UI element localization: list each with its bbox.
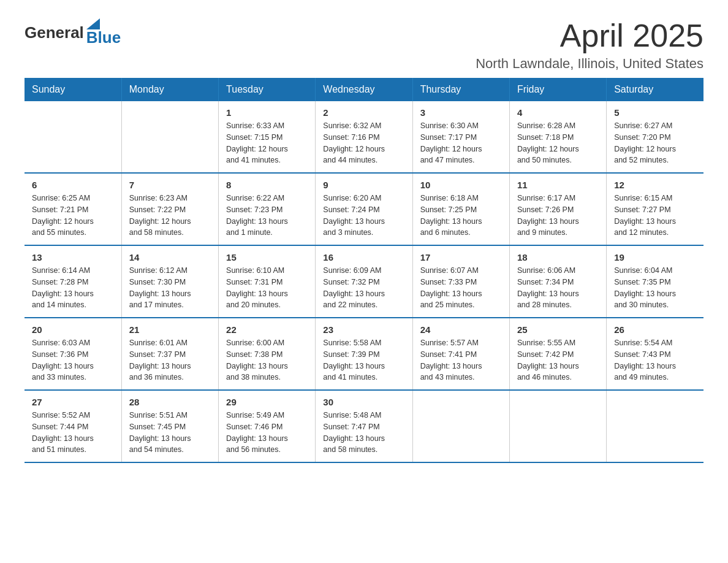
title-block: April 2025 North Lawndale, Illinois, Uni…: [476, 18, 703, 72]
calendar-cell: 15Sunrise: 6:10 AM Sunset: 7:31 PM Dayli…: [219, 245, 316, 318]
day-number: 15: [226, 252, 308, 262]
day-number: 29: [226, 397, 308, 407]
calendar-cell: 25Sunrise: 5:55 AM Sunset: 7:42 PM Dayli…: [509, 318, 606, 390]
header-monday: Monday: [121, 78, 218, 101]
calendar-cell: 9Sunrise: 6:20 AM Sunset: 7:24 PM Daylig…: [316, 173, 412, 245]
calendar-cell: 12Sunrise: 6:15 AM Sunset: 7:27 PM Dayli…: [607, 173, 703, 245]
day-info: Sunrise: 5:54 AM Sunset: 7:43 PM Dayligh…: [614, 337, 696, 383]
day-info: Sunrise: 5:48 AM Sunset: 7:47 PM Dayligh…: [323, 410, 404, 456]
day-info: Sunrise: 5:49 AM Sunset: 7:46 PM Dayligh…: [226, 410, 308, 456]
calendar-cell: 21Sunrise: 6:01 AM Sunset: 7:37 PM Dayli…: [121, 318, 218, 390]
header-wednesday: Wednesday: [316, 78, 412, 101]
day-number: 19: [614, 252, 696, 262]
weekday-header-row: Sunday Monday Tuesday Wednesday Thursday…: [25, 78, 703, 101]
calendar-cell: 29Sunrise: 5:49 AM Sunset: 7:46 PM Dayli…: [219, 390, 316, 462]
calendar-week-row: 6Sunrise: 6:25 AM Sunset: 7:21 PM Daylig…: [25, 173, 703, 245]
calendar-cell: 11Sunrise: 6:17 AM Sunset: 7:26 PM Dayli…: [509, 173, 606, 245]
calendar-cell: 7Sunrise: 6:23 AM Sunset: 7:22 PM Daylig…: [121, 173, 218, 245]
day-number: 2: [323, 107, 404, 118]
calendar-cell: [121, 101, 218, 173]
calendar-cell: [509, 390, 606, 462]
day-number: 22: [226, 324, 308, 335]
day-number: 25: [517, 324, 599, 335]
day-info: Sunrise: 6:06 AM Sunset: 7:34 PM Dayligh…: [517, 265, 599, 311]
header-thursday: Thursday: [412, 78, 509, 101]
day-number: 8: [226, 180, 308, 190]
day-info: Sunrise: 6:18 AM Sunset: 7:25 PM Dayligh…: [420, 193, 502, 239]
calendar-cell: 22Sunrise: 6:00 AM Sunset: 7:38 PM Dayli…: [219, 318, 316, 390]
day-info: Sunrise: 6:03 AM Sunset: 7:36 PM Dayligh…: [32, 337, 114, 383]
day-info: Sunrise: 6:32 AM Sunset: 7:16 PM Dayligh…: [323, 120, 404, 166]
calendar-cell: 1Sunrise: 6:33 AM Sunset: 7:15 PM Daylig…: [219, 101, 316, 173]
day-info: Sunrise: 6:23 AM Sunset: 7:22 PM Dayligh…: [129, 193, 211, 239]
calendar-week-row: 20Sunrise: 6:03 AM Sunset: 7:36 PM Dayli…: [25, 318, 703, 390]
location-title: North Lawndale, Illinois, United States: [476, 56, 703, 72]
day-info: Sunrise: 6:17 AM Sunset: 7:26 PM Dayligh…: [517, 193, 599, 239]
day-info: Sunrise: 6:20 AM Sunset: 7:24 PM Dayligh…: [323, 193, 404, 239]
day-info: Sunrise: 6:28 AM Sunset: 7:18 PM Dayligh…: [517, 120, 599, 166]
day-info: Sunrise: 6:27 AM Sunset: 7:20 PM Dayligh…: [614, 120, 696, 166]
calendar-table: Sunday Monday Tuesday Wednesday Thursday…: [25, 78, 703, 463]
day-number: 3: [420, 107, 502, 118]
header-tuesday: Tuesday: [219, 78, 316, 101]
calendar-cell: 8Sunrise: 6:22 AM Sunset: 7:23 PM Daylig…: [219, 173, 316, 245]
day-number: 5: [614, 107, 696, 118]
day-number: 16: [323, 252, 404, 262]
calendar-cell: 28Sunrise: 5:51 AM Sunset: 7:45 PM Dayli…: [121, 390, 218, 462]
calendar-cell: 10Sunrise: 6:18 AM Sunset: 7:25 PM Dayli…: [412, 173, 509, 245]
day-info: Sunrise: 6:12 AM Sunset: 7:30 PM Dayligh…: [129, 265, 211, 311]
calendar-cell: 17Sunrise: 6:07 AM Sunset: 7:33 PM Dayli…: [412, 245, 509, 318]
day-number: 26: [614, 324, 696, 335]
day-number: 12: [614, 180, 696, 190]
calendar-cell: 14Sunrise: 6:12 AM Sunset: 7:30 PM Dayli…: [121, 245, 218, 318]
calendar-cell: 27Sunrise: 5:52 AM Sunset: 7:44 PM Dayli…: [25, 390, 121, 462]
day-info: Sunrise: 6:10 AM Sunset: 7:31 PM Dayligh…: [226, 265, 308, 311]
day-info: Sunrise: 6:14 AM Sunset: 7:28 PM Dayligh…: [32, 265, 114, 311]
day-number: 27: [32, 397, 114, 407]
day-info: Sunrise: 6:07 AM Sunset: 7:33 PM Dayligh…: [420, 265, 502, 311]
page-header: General Blue April 2025 North Lawndale, …: [25, 18, 703, 72]
day-number: 17: [420, 252, 502, 262]
day-info: Sunrise: 5:58 AM Sunset: 7:39 PM Dayligh…: [323, 337, 404, 383]
day-number: 28: [129, 397, 211, 407]
day-number: 24: [420, 324, 502, 335]
calendar-week-row: 13Sunrise: 6:14 AM Sunset: 7:28 PM Dayli…: [25, 245, 703, 318]
month-title: April 2025: [476, 18, 703, 53]
calendar-cell: 6Sunrise: 6:25 AM Sunset: 7:21 PM Daylig…: [25, 173, 121, 245]
day-info: Sunrise: 6:25 AM Sunset: 7:21 PM Dayligh…: [32, 193, 114, 239]
logo: General Blue: [25, 18, 121, 47]
day-number: 13: [32, 252, 114, 262]
header-friday: Friday: [509, 78, 606, 101]
day-number: 14: [129, 252, 211, 262]
calendar-cell: 30Sunrise: 5:48 AM Sunset: 7:47 PM Dayli…: [316, 390, 412, 462]
day-number: 11: [517, 180, 599, 190]
day-info: Sunrise: 6:15 AM Sunset: 7:27 PM Dayligh…: [614, 193, 696, 239]
day-number: 21: [129, 324, 211, 335]
day-number: 6: [32, 180, 114, 190]
day-number: 4: [517, 107, 599, 118]
day-info: Sunrise: 6:30 AM Sunset: 7:17 PM Dayligh…: [420, 120, 502, 166]
calendar-cell: 18Sunrise: 6:06 AM Sunset: 7:34 PM Dayli…: [509, 245, 606, 318]
calendar-cell: 5Sunrise: 6:27 AM Sunset: 7:20 PM Daylig…: [607, 101, 703, 173]
day-info: Sunrise: 6:00 AM Sunset: 7:38 PM Dayligh…: [226, 337, 308, 383]
header-saturday: Saturday: [607, 78, 703, 101]
day-info: Sunrise: 6:22 AM Sunset: 7:23 PM Dayligh…: [226, 193, 308, 239]
day-number: 30: [323, 397, 404, 407]
day-number: 18: [517, 252, 599, 262]
calendar-week-row: 27Sunrise: 5:52 AM Sunset: 7:44 PM Dayli…: [25, 390, 703, 462]
day-number: 23: [323, 324, 404, 335]
day-info: Sunrise: 6:01 AM Sunset: 7:37 PM Dayligh…: [129, 337, 211, 383]
calendar-cell: 13Sunrise: 6:14 AM Sunset: 7:28 PM Dayli…: [25, 245, 121, 318]
calendar-cell: 20Sunrise: 6:03 AM Sunset: 7:36 PM Dayli…: [25, 318, 121, 390]
day-info: Sunrise: 5:57 AM Sunset: 7:41 PM Dayligh…: [420, 337, 502, 383]
calendar-cell: 2Sunrise: 6:32 AM Sunset: 7:16 PM Daylig…: [316, 101, 412, 173]
calendar-cell: [607, 390, 703, 462]
logo-general: General: [25, 23, 84, 42]
logo-blue: Blue: [86, 28, 121, 47]
day-number: 7: [129, 180, 211, 190]
day-info: Sunrise: 6:33 AM Sunset: 7:15 PM Dayligh…: [226, 120, 308, 166]
calendar-cell: 16Sunrise: 6:09 AM Sunset: 7:32 PM Dayli…: [316, 245, 412, 318]
day-number: 10: [420, 180, 502, 190]
calendar-cell: [25, 101, 121, 173]
calendar-cell: 4Sunrise: 6:28 AM Sunset: 7:18 PM Daylig…: [509, 101, 606, 173]
